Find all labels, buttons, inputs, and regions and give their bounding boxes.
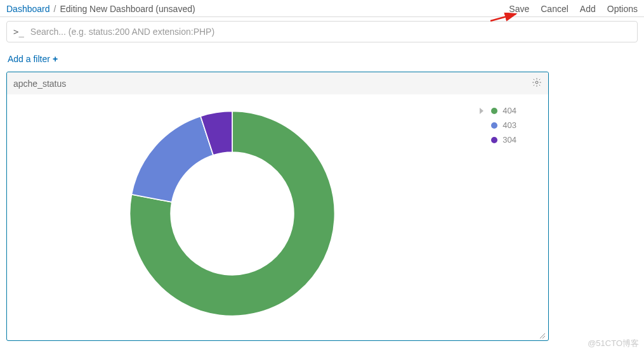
legend-swatch [491, 108, 497, 114]
legend-item[interactable]: 304 [477, 135, 516, 144]
action-bar: Save Cancel Add Options [509, 4, 638, 14]
panel-title: apche_status [13, 79, 66, 89]
legend-label: 403 [503, 120, 516, 130]
legend-label: 404 [503, 106, 516, 115]
visualization-panel: apche_status 404403304 [6, 72, 549, 341]
options-button[interactable]: Options [607, 4, 638, 14]
svg-point-0 [536, 81, 538, 84]
breadcrumb-root-link[interactable]: Dashboard [6, 4, 50, 14]
search-input[interactable] [30, 27, 631, 37]
donut-slice[interactable] [131, 116, 213, 202]
chevron-right-icon[interactable] [477, 107, 486, 115]
panel-body: 404403304 [7, 94, 548, 340]
search-bar[interactable]: >_ [6, 21, 638, 42]
search-prompt-icon: >_ [13, 27, 24, 37]
panel-header: apche_status [7, 72, 548, 94]
breadcrumb-current: Editing New Dashboard (unsaved) [60, 4, 195, 14]
add-filter-button[interactable]: Add a filter + [8, 54, 58, 64]
filter-bar: Add a filter + [0, 48, 644, 72]
add-button[interactable]: Add [580, 4, 596, 14]
breadcrumb-separator: / [54, 4, 56, 14]
add-filter-label: Add a filter [8, 54, 50, 64]
donut-chart [124, 106, 340, 321]
legend-swatch [491, 137, 497, 143]
chart-legend: 404403304 [477, 106, 516, 144]
save-button[interactable]: Save [509, 4, 529, 14]
gear-icon[interactable] [532, 77, 542, 89]
plus-icon: + [53, 54, 58, 64]
watermark: @51CTO博客 [588, 338, 639, 349]
resize-handle-icon[interactable] [538, 331, 546, 338]
legend-label: 304 [503, 135, 516, 144]
legend-item[interactable]: 404 [477, 106, 516, 115]
legend-swatch [491, 122, 497, 129]
breadcrumb: Dashboard / Editing New Dashboard (unsav… [6, 4, 195, 14]
legend-item[interactable]: 403 [477, 120, 516, 130]
cancel-button[interactable]: Cancel [541, 4, 568, 14]
